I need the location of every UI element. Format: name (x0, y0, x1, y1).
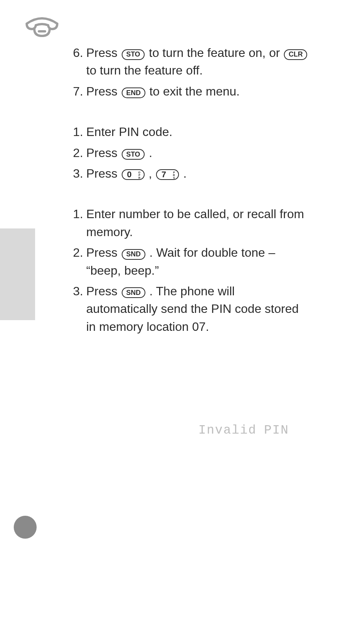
text-fragment: to exit the menu. (150, 84, 240, 98)
handset-icon (23, 16, 61, 40)
text-fragment: . (183, 167, 187, 180)
text-fragment: , (149, 167, 156, 180)
list-item: 1. Enter number to be called, or recall … (65, 205, 309, 241)
side-tab (0, 228, 35, 320)
section-2: 1. Enter PIN code. 2. Press STO . 3. Pre… (65, 123, 309, 182)
text-fragment: to turn the feature on, or (149, 46, 283, 60)
key-snd: SND (122, 287, 145, 298)
section-3: 1. Enter number to be called, or recall … (65, 205, 309, 335)
item-number: 1. (65, 123, 86, 141)
key-0: 0 O P R (122, 169, 145, 180)
text-fragment: Press (86, 246, 121, 259)
item-text: Press 0 O P R , 7 P R (86, 165, 309, 182)
key-letters: O P R (138, 171, 140, 179)
item-number: 2. (65, 244, 86, 261)
item-text: Press END to exit the menu. (86, 83, 309, 100)
item-number: 2. (65, 144, 86, 162)
text-fragment: Press (86, 167, 121, 180)
instruction-content: 6. Press STO to turn the feature on, or … (65, 44, 309, 335)
status-invalid-word2: PIN (264, 423, 289, 437)
text-fragment: to turn the feature off. (86, 63, 203, 77)
list-item: 3. Press SND . The phone will automatica… (65, 282, 309, 335)
list-item: 6. Press STO to turn the feature on, or … (65, 44, 309, 79)
text-fragment: Press (86, 46, 121, 60)
item-text: Press SND . Wait for double tone – “beep… (86, 244, 309, 279)
key-letters: P R S (173, 171, 175, 179)
item-text: Press SND . The phone will automatically… (86, 282, 309, 335)
item-number: 3. (65, 282, 86, 300)
item-text: Press STO . (86, 144, 309, 162)
key-end: END (122, 87, 145, 98)
key-sto: STO (122, 49, 145, 60)
item-number: 7. (65, 83, 86, 100)
key-7: 7 P R S (156, 169, 179, 180)
key-clr: CLR (284, 49, 307, 60)
text-fragment: Press (86, 84, 121, 98)
status-invalid-word1: Invalid (198, 423, 257, 437)
item-text: Enter PIN code. (86, 123, 309, 141)
list-item: 2. Press STO . (65, 144, 309, 162)
page-number-dot (14, 516, 37, 539)
text-fragment: . (149, 146, 152, 160)
text-fragment: Press (86, 284, 121, 298)
key-snd: SND (122, 249, 145, 260)
list-item: 3. Press 0 O P R , 7 (65, 165, 309, 182)
item-number: 6. (65, 44, 86, 62)
item-text: Enter number to be called, or recall fro… (86, 205, 309, 241)
list-item: 2. Press SND . Wait for double tone – “b… (65, 244, 309, 279)
item-number: 1. (65, 205, 86, 223)
key-digit: 0 (127, 170, 132, 179)
section-1: 6. Press STO to turn the feature on, or … (65, 44, 309, 100)
key-sto: STO (122, 149, 145, 160)
list-item: 1. Enter PIN code. (65, 123, 309, 141)
manual-page: 6. Press STO to turn the feature on, or … (0, 0, 364, 625)
text-fragment: Press (86, 146, 121, 160)
item-number: 3. (65, 165, 86, 182)
list-item: 7. Press END to exit the menu. (65, 83, 309, 100)
item-text: Press STO to turn the feature on, or CLR… (86, 44, 309, 79)
key-digit: 7 (161, 170, 166, 179)
